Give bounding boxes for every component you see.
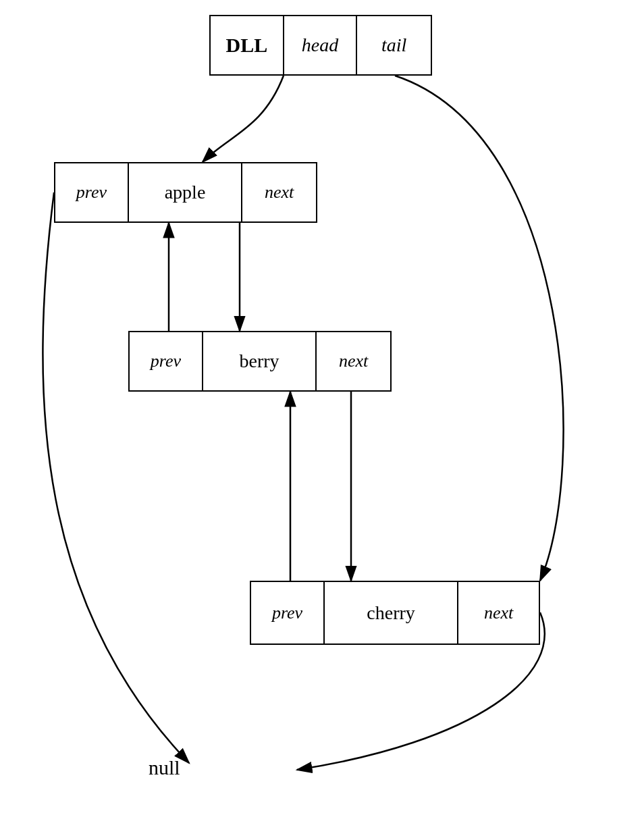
berry-value: berry	[203, 332, 317, 390]
cherry-value: cherry	[325, 582, 458, 644]
arrows-svg	[0, 0, 640, 840]
apple-next: next	[242, 163, 316, 221]
dll-head: head	[284, 16, 358, 74]
berry-prev: prev	[130, 332, 203, 390]
berry-next: next	[317, 332, 390, 390]
cherry-next: next	[458, 582, 539, 644]
cherry-node: prev cherry next	[250, 581, 540, 645]
apple-prev: prev	[55, 163, 129, 221]
berry-node: prev berry next	[128, 331, 392, 392]
dll-head-to-apple-arrow	[203, 76, 284, 162]
dll-node: DLL head tail	[209, 15, 432, 76]
apple-value: apple	[129, 163, 242, 221]
null-label: null	[149, 756, 180, 779]
dll-tail: tail	[357, 16, 431, 74]
apple-prev-to-null-arrow	[43, 192, 189, 763]
dll-tail-to-cherry-arrow	[395, 76, 564, 581]
dll-label: DLL	[211, 16, 284, 74]
apple-node: prev apple next	[54, 162, 317, 223]
cherry-prev: prev	[251, 582, 325, 644]
